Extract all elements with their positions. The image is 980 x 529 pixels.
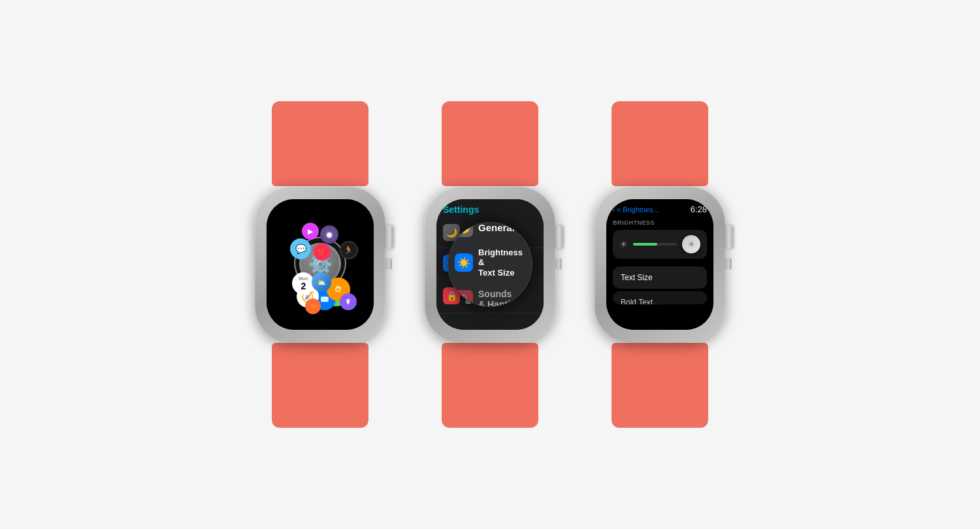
watch-body-3: ‹ < Brightnes... 6:28 BRIGHTNESS ☀ ☀	[595, 186, 725, 343]
text-size-label: Text Size	[621, 273, 653, 282]
text-size-row[interactable]: Text Size	[613, 266, 707, 289]
watch-screen-3: ‹ < Brightnes... 6:28 BRIGHTNESS ☀ ☀	[606, 199, 713, 330]
messages-icon: 💬	[295, 244, 306, 254]
extra-icon: 🔆	[309, 303, 317, 310]
siri-icon: ◉	[326, 231, 333, 239]
brightness-screen: ‹ < Brightnes... 6:28 BRIGHTNESS ☀ ☀	[606, 199, 713, 330]
brightness-header: ‹ < Brightnes... 6:28	[613, 204, 707, 214]
watch-body-1: ⚙️ 📞 💬 ✉️ 🧭 ⏱ Mon	[255, 186, 385, 343]
app-icon-messages[interactable]: 💬	[290, 238, 311, 259]
brightness-knob[interactable]: ☀	[682, 235, 700, 253]
watch-button-3	[725, 258, 732, 270]
app-icon-heart[interactable]: ❤️	[314, 244, 331, 261]
settings-screen-title: Settings	[436, 199, 544, 217]
watch-button-2	[555, 258, 562, 270]
remote-icon: ▶	[308, 228, 313, 235]
brightness-fill	[633, 243, 657, 246]
weather-icon: ⛅	[317, 278, 326, 287]
magnify-brightness-label: Brightness &Text Size	[478, 248, 525, 278]
heart-icon: ❤️	[318, 248, 327, 257]
app-icon-siri[interactable]: ◉	[320, 225, 338, 244]
podcast-icon: 🎙	[345, 298, 351, 306]
back-button[interactable]: ‹ < Brightnes...	[613, 206, 659, 214]
app-icon-podcast[interactable]: 🎙	[340, 293, 357, 310]
watch-crown-1	[385, 225, 393, 249]
magnify-sounds-label: Sounds& Haptics	[478, 289, 521, 307]
bold-text-label: Bold Text...	[621, 298, 659, 304]
watch-screen-1: ⚙️ 📞 💬 ✉️ 🧭 ⏱ Mon	[267, 199, 374, 330]
activity-icon: 🏃	[344, 246, 353, 255]
app-icon-activity[interactable]: 🏃	[340, 241, 358, 259]
band-bottom-2	[442, 343, 538, 428]
watch-body-2: Settings 🌙 General ☀️ Brightness &Text S…	[425, 186, 555, 343]
magnify-sounds-icon: 🔒	[455, 290, 473, 307]
watch-3: ‹ < Brightnes... 6:28 BRIGHTNESS ☀ ☀	[595, 101, 725, 428]
magnify-sounds-row: 🔒 Sounds& Haptics	[453, 285, 527, 307]
watch-crown-3	[725, 225, 733, 249]
back-chevron: ‹	[613, 206, 615, 214]
watch-button-1	[385, 258, 392, 270]
sun-small-icon: ☀	[619, 239, 628, 249]
settings-screen: Settings 🌙 General ☀️ Brightness &Text S…	[436, 199, 544, 330]
magnify-overlay: 🌙 General ☀️ Brightness &Text Size 🔒 Sou…	[448, 222, 532, 307]
band-top-3	[612, 101, 708, 186]
band-top-1	[272, 101, 368, 186]
brightness-track[interactable]	[633, 243, 677, 246]
magnify-brightness-row: ☀️ Brightness &Text Size	[453, 244, 527, 282]
band-bottom-3	[612, 343, 708, 428]
bold-text-row[interactable]: Bold Text...	[613, 291, 707, 304]
mail-icon: ✉️	[320, 295, 329, 304]
watch-1: ⚙️ 📞 💬 ✉️ 🧭 ⏱ Mon	[255, 101, 385, 428]
watch-crown-2	[555, 225, 563, 249]
watch-screen-2: Settings 🌙 General ☀️ Brightness &Text S…	[436, 199, 544, 330]
sun-large-icon: ☀	[687, 239, 696, 249]
timer-icon: ⏱	[335, 285, 342, 293]
watch-2: Settings 🌙 General ☀️ Brightness &Text S…	[425, 101, 555, 428]
app-icon-weather[interactable]: ⛅	[312, 272, 331, 292]
back-label: < Brightnes...	[617, 206, 659, 214]
watch-time: 6:28	[691, 204, 707, 214]
band-bottom-1	[272, 343, 368, 428]
app-icon-remote[interactable]: ▶	[302, 223, 319, 240]
app-icon-extra[interactable]: 🔆	[305, 298, 321, 314]
brightness-slider-row: ☀ ☀	[613, 230, 707, 259]
band-top-2	[442, 101, 538, 186]
calendar-date: 2	[301, 281, 306, 291]
brightness-section-label: BRIGHTNESS	[613, 219, 707, 226]
magnify-brightness-icon: ☀️	[455, 253, 473, 272]
home-screen: ⚙️ 📞 💬 ✉️ 🧭 ⏱ Mon	[267, 199, 374, 330]
